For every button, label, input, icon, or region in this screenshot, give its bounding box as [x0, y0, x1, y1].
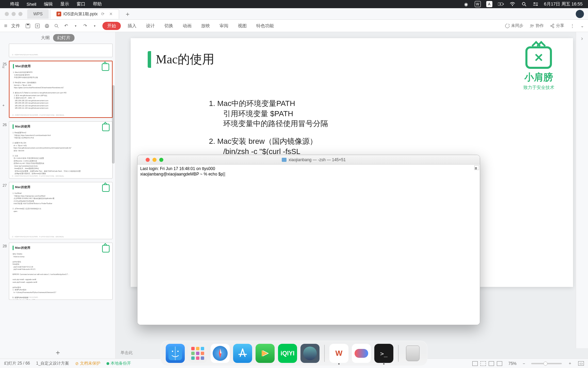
ribbon-slideshow[interactable]: 放映: [201, 23, 210, 29]
finder-app-icon[interactable]: [166, 344, 185, 363]
app-w-icon[interactable]: W: [475, 1, 481, 7]
zoom-icon[interactable]: [18, 12, 22, 16]
file-menu[interactable]: 文件: [11, 23, 20, 29]
wps-file-tab[interactable]: P iOS逆向第1期.pptx ⟳ ✕: [50, 9, 119, 19]
slide-title[interactable]: Mac的使用: [148, 51, 556, 68]
ppt-file-icon: P: [56, 12, 61, 16]
expand-toolstrip-icon[interactable]: ›: [576, 35, 588, 42]
ribbon-special[interactable]: 特色功能: [256, 23, 274, 29]
record-icon[interactable]: ◉: [463, 1, 469, 7]
tencent-video-app-icon[interactable]: [256, 344, 275, 363]
menubar-datetime[interactable]: 6月17日 周五 16:55: [544, 1, 583, 7]
terminal-body[interactable]: ≡ Last login: Fri Jun 17 16:48:01 on tty…: [137, 165, 480, 325]
share-button[interactable]: 分享: [550, 23, 564, 29]
ribbon-review[interactable]: 审阅: [219, 23, 228, 29]
zoom-in-button[interactable]: ＋: [568, 361, 572, 366]
terminal-app-icon[interactable]: >_: [374, 344, 393, 363]
battery-icon[interactable]: [498, 1, 504, 7]
print-icon[interactable]: [44, 23, 50, 29]
redo-icon[interactable]: ↷: [82, 23, 88, 29]
slide-thumbnail[interactable]: 注：本课程中所有内容仅用于安全技术研究…: [9, 44, 113, 57]
outline-tab[interactable]: 大纲: [41, 35, 50, 41]
fit-window-icon[interactable]: ▭: [578, 361, 584, 366]
right-toolstrip: ›: [576, 32, 588, 348]
refresh-icon[interactable]: ⟳: [101, 12, 104, 16]
appstore-app-icon[interactable]: [233, 344, 252, 363]
trash-icon[interactable]: [403, 344, 422, 363]
app-name[interactable]: 终端: [10, 1, 19, 7]
ribbon-transition[interactable]: 切换: [164, 23, 173, 29]
slides-tab[interactable]: 幻灯片: [53, 34, 75, 42]
ribbon-design[interactable]: 设计: [146, 23, 155, 29]
ribbon-view[interactable]: 视图: [238, 23, 247, 29]
terminal-titlebar[interactable]: xiaojianbang — -zsh — 145×51: [137, 155, 480, 165]
ribbon-animation[interactable]: 动画: [183, 23, 192, 29]
slide-thumbnail-active[interactable]: Mac的使用 1. Mac中的环境变量PATH 引用环境变量 $PATH 环境变…: [9, 61, 113, 118]
undo-icon[interactable]: ↶: [63, 23, 69, 29]
more-icon[interactable]: ⋮: [570, 24, 574, 28]
svg-line-23: [552, 26, 553, 27]
launchpad-app-icon[interactable]: [188, 344, 207, 363]
save-as-icon[interactable]: [34, 23, 40, 29]
ribbon-start-tab[interactable]: 开始: [102, 22, 121, 30]
slide-thumbnail[interactable]: Mac的使用 1. Mac配置iTerm2 下载地址 https://www.i…: [9, 121, 113, 179]
add-slide-button[interactable]: ＋: [0, 346, 115, 358]
menu-view[interactable]: 显示: [60, 1, 69, 7]
scrollbar-thumb[interactable]: [112, 85, 115, 164]
iqiyi-app-icon[interactable]: iQIYI: [278, 344, 297, 363]
input-a-icon[interactable]: A: [486, 1, 492, 7]
macos-menubar: 终端 Shell 编辑 显示 窗口 帮助 ◉ W A 6月17日 周五 16:5…: [0, 0, 588, 8]
wifi-icon[interactable]: [509, 1, 516, 7]
unsync-button[interactable]: 未同步: [505, 23, 523, 29]
safari-app-icon[interactable]: [211, 344, 230, 363]
traffic-lights[interactable]: [0, 12, 27, 16]
close-icon[interactable]: [5, 12, 9, 16]
doc-protect-status[interactable]: ⊘文档未保护: [75, 361, 100, 366]
control-center-icon[interactable]: [533, 1, 539, 7]
reading-view-icon[interactable]: [489, 361, 494, 366]
collapse-ribbon-icon[interactable]: ⌄: [581, 24, 584, 28]
slide-thumbnail[interactable]: Mac的使用 安装 Charles frida-ios-dumppython安装…: [9, 243, 113, 300]
close-tab-icon[interactable]: ✕: [109, 12, 113, 16]
menu-help[interactable]: 帮助: [93, 1, 102, 7]
zoom-out-button[interactable]: −: [523, 361, 525, 366]
hamburger-icon[interactable]: ≡: [4, 23, 7, 29]
menu-window[interactable]: 窗口: [77, 1, 85, 7]
ribbon-insert[interactable]: 插入: [128, 23, 136, 29]
ribbon: ≡ 文件 ↶ ▾ ↷ ▾ 开始 插入 设计 切换 动画 放映 审阅 视图 特色功…: [0, 20, 588, 32]
add-tab-button[interactable]: ＋: [123, 10, 132, 18]
normal-view-icon[interactable]: [472, 361, 478, 366]
terminal-scroll-icon[interactable]: ≡: [474, 165, 479, 170]
terminal-window[interactable]: xiaojianbang — -zsh — 145×51 ≡ Last logi…: [137, 155, 480, 325]
terminal-command[interactable]: echo $p: [208, 172, 223, 177]
quicktime-app-icon[interactable]: [300, 344, 320, 363]
thumbnail-list[interactable]: 注：本课程中所有内容仅用于安全技术研究… 25 Mac的使用 1. Mac中的环…: [0, 44, 115, 346]
print-preview-icon[interactable]: [53, 23, 60, 29]
svg-rect-1: [503, 3, 504, 4]
spotlight-icon[interactable]: [521, 1, 527, 7]
minimize-icon[interactable]: [12, 12, 16, 16]
redo-dropdown-icon[interactable]: ▾: [92, 23, 98, 29]
sorter-view-icon[interactable]: [480, 361, 486, 366]
wps-app-icon[interactable]: W: [329, 344, 348, 363]
save-icon[interactable]: [25, 23, 31, 29]
baidu-netdisk-app-icon[interactable]: [352, 344, 371, 363]
close-icon[interactable]: [146, 158, 150, 162]
brand-logo-icon: [102, 124, 110, 131]
dock: iQIYI W >_: [161, 341, 427, 366]
design-scheme[interactable]: 1_自定义设计方案: [36, 361, 69, 366]
zoom-slider[interactable]: [531, 363, 562, 364]
slide-thumbnail[interactable]: Mac的使用 1. Go2Shell 下载地址 https://zipzapma…: [9, 182, 113, 239]
backup-status[interactable]: 本地备份开: [107, 361, 131, 366]
user-avatar[interactable]: [576, 10, 584, 18]
slideshow-view-icon[interactable]: [497, 361, 502, 366]
wps-home-tab[interactable]: WPS: [27, 9, 49, 19]
undo-dropdown-icon[interactable]: ▾: [72, 23, 79, 29]
menu-shell[interactable]: Shell: [27, 2, 36, 7]
menu-edit[interactable]: 编辑: [44, 1, 53, 7]
zoom-icon[interactable]: [159, 158, 163, 162]
slide-body[interactable]: 1. Mac中的环境变量PATH 引用环境变量 $PATH 环境变量中的路径使用…: [209, 98, 556, 156]
minimize-icon[interactable]: [152, 158, 157, 162]
view-mode-icons[interactable]: [472, 361, 502, 366]
collab-button[interactable]: 协作: [529, 23, 544, 29]
